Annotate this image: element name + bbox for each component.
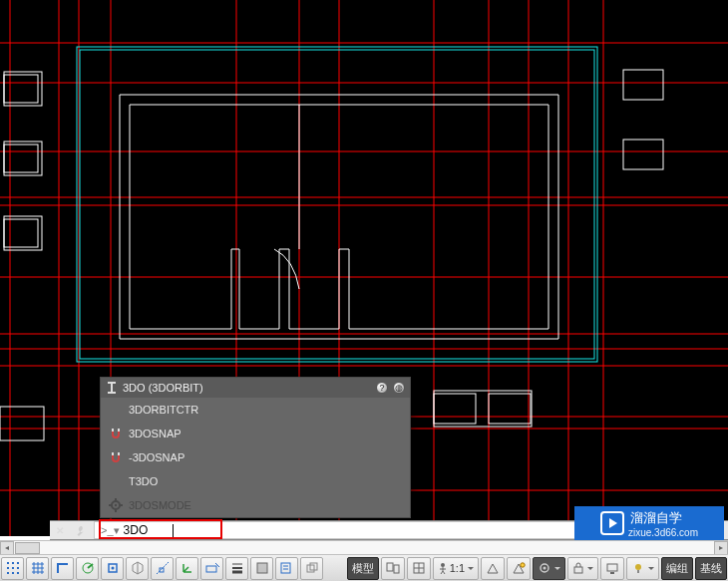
watermark-sub: zixue.3d66.com xyxy=(628,527,698,538)
svg-rect-42 xyxy=(112,429,114,432)
human-scale-icon xyxy=(438,562,448,574)
command-input[interactable] xyxy=(124,523,174,537)
hardware-accel-button[interactable] xyxy=(600,557,624,580)
svg-rect-36 xyxy=(489,394,531,424)
close-icon: ✕ xyxy=(56,525,64,536)
svg-rect-44 xyxy=(112,452,114,455)
group-mode-button[interactable]: 编组 xyxy=(661,557,693,580)
svg-rect-34 xyxy=(623,140,663,169)
customize-cmd-button[interactable] xyxy=(72,522,88,538)
annovis-button[interactable] xyxy=(481,557,505,580)
svg-rect-54 xyxy=(17,562,19,564)
snap-grid-button[interactable] xyxy=(1,557,24,580)
isolate-button[interactable] xyxy=(626,557,659,580)
svg-rect-58 xyxy=(7,572,9,574)
svg-rect-55 xyxy=(7,567,9,569)
suggest-internet-button[interactable]: ◍ xyxy=(392,381,406,395)
triangle-icon xyxy=(486,561,500,575)
close-cmd-button[interactable]: ✕ xyxy=(52,522,68,538)
gear-icon xyxy=(538,561,551,575)
model-space-button[interactable]: 模型 xyxy=(347,557,379,580)
polar-button[interactable] xyxy=(76,557,99,580)
suggest-item-label: 3DORBITCTR xyxy=(129,404,198,416)
bulb-icon xyxy=(631,561,645,575)
scroll-right-button[interactable]: ▸ xyxy=(714,541,728,555)
quickview-drawings-button[interactable] xyxy=(407,557,431,580)
gear-icon xyxy=(109,498,123,512)
svg-rect-43 xyxy=(118,429,120,432)
svg-rect-57 xyxy=(17,567,19,569)
otrack-button[interactable] xyxy=(151,557,174,580)
horizontal-scrollbar[interactable]: ◂ ▸ xyxy=(0,540,728,554)
svg-point-98 xyxy=(635,564,641,570)
svg-rect-95 xyxy=(574,567,582,573)
toolbar-lock-button[interactable] xyxy=(567,557,598,580)
suggest-selected-label: 3DO (3DORBIT) xyxy=(123,382,372,394)
svg-rect-45 xyxy=(118,452,120,455)
command-prompt: >_▾ xyxy=(101,524,120,537)
suggest-item[interactable]: 3DOSNAP xyxy=(101,422,410,445)
suggest-help-button[interactable]: ? xyxy=(375,381,389,395)
magnet-icon xyxy=(109,427,123,440)
svg-rect-96 xyxy=(607,564,617,571)
ducs-button[interactable] xyxy=(176,557,198,580)
suggest-item[interactable]: T3DO xyxy=(101,469,410,493)
anno-auto-icon xyxy=(512,561,526,575)
svg-rect-56 xyxy=(12,567,14,569)
status-toolbar: 模型 1:1 编组 基线 xyxy=(0,554,728,581)
scroll-track[interactable] xyxy=(14,541,714,555)
svg-point-92 xyxy=(521,563,525,567)
dyn-input-button[interactable] xyxy=(200,557,223,580)
svg-point-94 xyxy=(544,567,546,570)
svg-rect-33 xyxy=(623,70,663,100)
group-label: 编组 xyxy=(666,561,688,576)
transparency-button[interactable] xyxy=(250,557,273,580)
ortho-button[interactable] xyxy=(51,557,74,580)
chevron-down-icon xyxy=(587,567,593,570)
scroll-left-button[interactable]: ◂ xyxy=(0,541,14,555)
text-cursor xyxy=(173,524,174,537)
layout-icon xyxy=(386,561,400,575)
3dosnap-button[interactable] xyxy=(126,557,149,580)
baseline-mode-button[interactable]: 基线 xyxy=(695,557,727,580)
svg-rect-60 xyxy=(17,572,19,574)
quickprops-button[interactable] xyxy=(275,557,298,580)
svg-rect-81 xyxy=(281,563,290,573)
lock-icon xyxy=(572,561,584,575)
drawings-icon xyxy=(412,561,426,575)
scroll-thumb[interactable] xyxy=(15,542,40,554)
chevron-down-icon xyxy=(468,567,474,570)
svg-rect-59 xyxy=(12,572,14,574)
suggest-item-sysvar[interactable]: 3DOSMODE xyxy=(101,493,410,517)
model-label: 模型 xyxy=(352,561,374,576)
suggest-item[interactable]: -3DOSNAP xyxy=(101,445,410,469)
svg-rect-79 xyxy=(257,563,267,573)
svg-point-70 xyxy=(111,567,114,570)
osnap-button[interactable] xyxy=(101,557,124,580)
svg-rect-28 xyxy=(4,219,38,247)
help-icon: ? xyxy=(376,382,388,394)
magnet-icon xyxy=(109,450,123,464)
svg-rect-24 xyxy=(77,47,597,362)
watermark-badge: 溜溜自学 zixue.3d66.com xyxy=(574,506,724,540)
chevron-down-icon xyxy=(648,567,654,570)
svg-point-47 xyxy=(115,504,117,506)
workspace-button[interactable] xyxy=(533,557,565,580)
lineweight-button[interactable] xyxy=(225,557,248,580)
svg-rect-86 xyxy=(387,563,393,571)
svg-rect-37 xyxy=(434,391,532,427)
svg-rect-74 xyxy=(206,566,216,572)
annoauto-button[interactable] xyxy=(507,557,531,580)
suggest-item[interactable]: 3DORBITCTR xyxy=(101,398,410,422)
globe-icon: ◍ xyxy=(393,382,405,394)
suggest-header[interactable]: 3DO (3DORBIT) ? ◍ xyxy=(101,378,410,398)
svg-point-91 xyxy=(441,563,445,567)
layout-quickview-button[interactable] xyxy=(381,557,405,580)
annoscale-button[interactable]: 1:1 xyxy=(433,557,479,580)
selection-cycling-button[interactable] xyxy=(300,557,323,580)
grid-display-button[interactable] xyxy=(26,557,49,580)
svg-rect-25 xyxy=(80,50,594,359)
svg-rect-87 xyxy=(394,565,399,573)
wrench-icon xyxy=(73,523,87,537)
insert-icon xyxy=(105,381,119,395)
